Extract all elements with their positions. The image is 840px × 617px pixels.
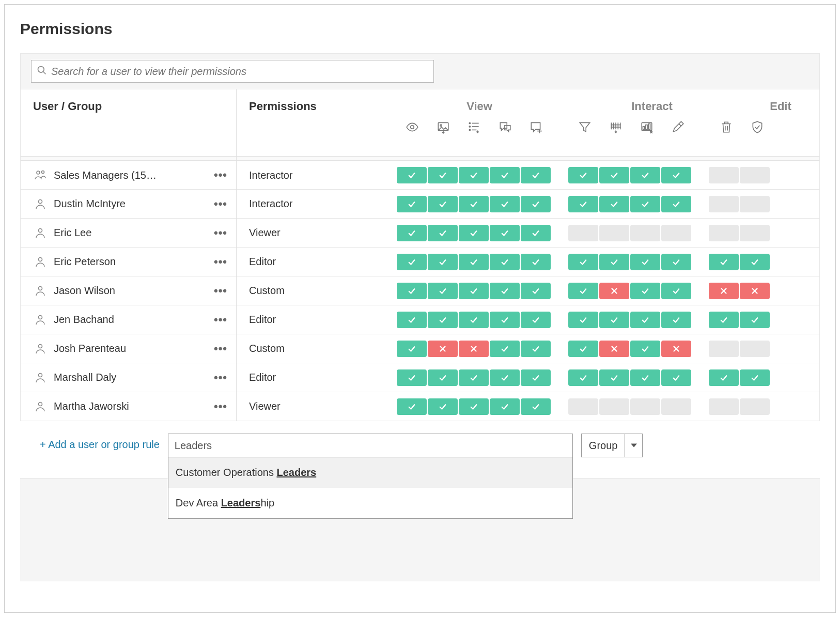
permission-role[interactable]: Interactor	[237, 198, 397, 210]
permission-cell[interactable]	[661, 341, 691, 357]
permission-cell[interactable]	[568, 369, 598, 386]
permission-cell[interactable]	[599, 225, 629, 241]
permission-cell[interactable]	[459, 167, 489, 183]
permission-cell[interactable]	[740, 254, 770, 270]
permission-cell[interactable]	[630, 283, 660, 299]
permission-cell[interactable]	[661, 225, 691, 241]
permission-cell[interactable]	[490, 312, 520, 328]
permission-cell[interactable]	[428, 369, 458, 386]
permission-cell[interactable]	[599, 196, 629, 212]
more-icon[interactable]: •••	[212, 284, 229, 298]
permission-cell[interactable]	[661, 167, 691, 183]
permission-cell[interactable]	[599, 341, 629, 357]
permission-role[interactable]: Editor	[237, 372, 397, 383]
more-icon[interactable]: •••	[212, 342, 229, 356]
permission-cell[interactable]	[630, 196, 660, 212]
permission-cell[interactable]	[568, 341, 598, 357]
permission-cell[interactable]	[521, 254, 551, 270]
permission-cell[interactable]	[740, 341, 770, 357]
permission-cell[interactable]	[568, 167, 598, 183]
permission-cell[interactable]	[490, 341, 520, 357]
permission-cell[interactable]	[521, 341, 551, 357]
autocomplete-item[interactable]: Customer Operations Leaders	[168, 457, 572, 488]
permission-role[interactable]: Viewer	[237, 400, 397, 412]
permission-cell[interactable]	[630, 369, 660, 386]
permission-cell[interactable]	[709, 398, 739, 415]
permission-cell[interactable]	[459, 254, 489, 270]
add-user-group-link[interactable]: + Add a user or group rule	[40, 434, 160, 451]
permission-cell[interactable]	[428, 167, 458, 183]
permission-cell[interactable]	[661, 369, 691, 386]
permission-role[interactable]: Custom	[237, 285, 397, 297]
permission-cell[interactable]	[709, 254, 739, 270]
permission-cell[interactable]	[709, 167, 739, 183]
permission-cell[interactable]	[599, 167, 629, 183]
permission-cell[interactable]	[397, 312, 427, 328]
permission-cell[interactable]	[521, 167, 551, 183]
permission-cell[interactable]	[521, 225, 551, 241]
permission-cell[interactable]	[521, 369, 551, 386]
permission-cell[interactable]	[740, 225, 770, 241]
permission-cell[interactable]	[709, 369, 739, 386]
permission-cell[interactable]	[568, 196, 598, 212]
permission-cell[interactable]	[397, 341, 427, 357]
autocomplete-item[interactable]: Dev Area Leadership	[168, 488, 572, 518]
permission-cell[interactable]	[661, 283, 691, 299]
permission-cell[interactable]	[459, 341, 489, 357]
permission-cell[interactable]	[397, 167, 427, 183]
permission-cell[interactable]	[521, 312, 551, 328]
permission-cell[interactable]	[568, 254, 598, 270]
permission-cell[interactable]	[568, 225, 598, 241]
permission-cell[interactable]	[709, 341, 739, 357]
permission-cell[interactable]	[490, 225, 520, 241]
permission-cell[interactable]	[661, 312, 691, 328]
permission-cell[interactable]	[661, 254, 691, 270]
permission-cell[interactable]	[630, 254, 660, 270]
permission-cell[interactable]	[740, 283, 770, 299]
permission-cell[interactable]	[490, 167, 520, 183]
more-icon[interactable]: •••	[212, 255, 229, 269]
permission-cell[interactable]	[709, 225, 739, 241]
add-rule-input[interactable]	[168, 434, 573, 457]
permission-cell[interactable]	[490, 398, 520, 415]
permission-cell[interactable]	[709, 196, 739, 212]
permission-cell[interactable]	[740, 369, 770, 386]
permission-cell[interactable]	[740, 312, 770, 328]
permission-cell[interactable]	[459, 225, 489, 241]
permission-role[interactable]: Editor	[237, 256, 397, 268]
search-field[interactable]	[51, 66, 428, 78]
permission-role[interactable]: Interactor	[237, 169, 397, 181]
permission-cell[interactable]	[428, 312, 458, 328]
permission-cell[interactable]	[428, 398, 458, 415]
permission-cell[interactable]	[521, 196, 551, 212]
permission-cell[interactable]	[630, 398, 660, 415]
permission-cell[interactable]	[661, 398, 691, 415]
more-icon[interactable]: •••	[212, 400, 229, 413]
permission-cell[interactable]	[428, 283, 458, 299]
permission-cell[interactable]	[397, 283, 427, 299]
permission-cell[interactable]	[459, 398, 489, 415]
search-input-wrap[interactable]	[31, 60, 434, 83]
permission-cell[interactable]	[599, 312, 629, 328]
permission-cell[interactable]	[630, 312, 660, 328]
more-icon[interactable]: •••	[212, 197, 229, 211]
permission-cell[interactable]	[428, 225, 458, 241]
permission-cell[interactable]	[521, 398, 551, 415]
permission-cell[interactable]	[397, 196, 427, 212]
more-icon[interactable]: •••	[212, 313, 229, 327]
chevron-down-icon[interactable]	[625, 434, 643, 457]
permission-cell[interactable]	[740, 398, 770, 415]
permission-cell[interactable]	[428, 196, 458, 212]
more-icon[interactable]: •••	[212, 168, 229, 182]
permission-cell[interactable]	[740, 167, 770, 183]
more-icon[interactable]: •••	[212, 371, 229, 384]
permission-cell[interactable]	[599, 369, 629, 386]
permission-role[interactable]: Custom	[237, 343, 397, 354]
permission-cell[interactable]	[709, 283, 739, 299]
permission-cell[interactable]	[397, 254, 427, 270]
permission-cell[interactable]	[397, 369, 427, 386]
permission-cell[interactable]	[490, 369, 520, 386]
permission-cell[interactable]	[568, 283, 598, 299]
permission-cell[interactable]	[459, 196, 489, 212]
permission-cell[interactable]	[490, 254, 520, 270]
